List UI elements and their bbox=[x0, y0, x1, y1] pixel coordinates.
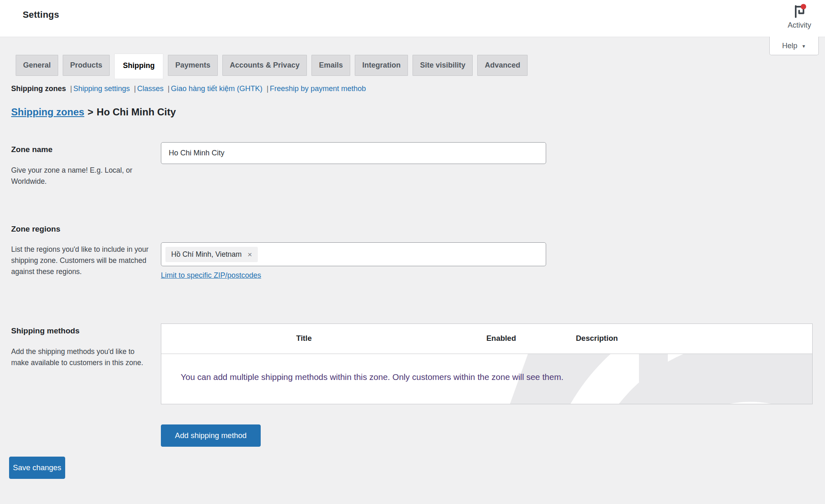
subnav-item-freeship[interactable]: Freeship by payment methob bbox=[270, 84, 366, 93]
tab-products[interactable]: Products bbox=[63, 55, 110, 76]
region-tag-label: Hồ Chí Minh, Vietnam bbox=[171, 250, 242, 259]
page-title: Settings bbox=[23, 9, 59, 20]
subnav-separator: | bbox=[168, 84, 170, 93]
activity-flag-icon bbox=[791, 3, 808, 20]
activity-button[interactable]: Activity bbox=[780, 3, 819, 30]
tab-site-visibility[interactable]: Site visibility bbox=[412, 55, 473, 76]
subnav-item-ghtk[interactable]: Giao hàng tiết kiệm (GHTK) bbox=[171, 84, 262, 93]
subnav-separator: | bbox=[70, 84, 72, 93]
top-header-bar: Settings Activity bbox=[0, 0, 825, 37]
column-header-description: Description bbox=[576, 334, 618, 343]
chevron-down-icon: ▼ bbox=[801, 44, 806, 49]
tab-integration[interactable]: Integration bbox=[355, 55, 408, 76]
tab-shipping[interactable]: Shipping bbox=[114, 54, 163, 79]
zone-name-help-text: Give your zone a name! E.g. Local, or Wo… bbox=[11, 165, 153, 187]
tab-advanced[interactable]: Advanced bbox=[477, 55, 528, 76]
tab-payments[interactable]: Payments bbox=[168, 55, 218, 76]
breadcrumb: Shipping zones>Ho Chi Minh City bbox=[11, 106, 176, 118]
zone-regions-input[interactable]: Hồ Chí Minh, Vietnam × bbox=[161, 242, 546, 266]
region-tag: Hồ Chí Minh, Vietnam × bbox=[165, 247, 258, 262]
subnav-item-shipping-zones[interactable]: Shipping zones bbox=[11, 84, 66, 93]
empty-methods-message: You can add multiple shipping methods wi… bbox=[181, 372, 563, 382]
zone-name-label: Zone name bbox=[11, 145, 52, 154]
zone-name-input[interactable] bbox=[161, 142, 546, 164]
add-shipping-method-button[interactable]: Add shipping method bbox=[161, 424, 261, 447]
remove-region-icon[interactable]: × bbox=[248, 251, 252, 258]
methods-table-header-row: Title Enabled Description bbox=[161, 324, 812, 354]
tab-accounts-privacy[interactable]: Accounts & Privacy bbox=[222, 55, 307, 76]
methods-table-empty-row: You can add multiple shipping methods wi… bbox=[161, 354, 812, 404]
breadcrumb-separator: > bbox=[87, 106, 93, 117]
subnav-item-classes[interactable]: Classes bbox=[137, 84, 163, 93]
zone-regions-label: Zone regions bbox=[11, 225, 60, 234]
shipping-methods-help-text: Add the shipping methods you'd like to m… bbox=[11, 346, 153, 368]
column-header-enabled: Enabled bbox=[486, 334, 516, 343]
subnav-separator: | bbox=[266, 84, 269, 93]
subnav-item-shipping-settings[interactable]: Shipping settings bbox=[73, 84, 130, 93]
activity-label: Activity bbox=[787, 21, 811, 30]
save-changes-button[interactable]: Save changes bbox=[9, 457, 65, 479]
shipping-methods-table: Title Enabled Description You can add mu… bbox=[161, 323, 813, 404]
tab-emails[interactable]: Emails bbox=[311, 55, 350, 76]
settings-tabs: General Products Shipping Payments Accou… bbox=[16, 55, 528, 79]
column-header-title: Title bbox=[296, 334, 312, 343]
breadcrumb-shipping-zones-link[interactable]: Shipping zones bbox=[11, 106, 84, 117]
breadcrumb-current-zone: Ho Chi Minh City bbox=[97, 106, 176, 117]
tab-general[interactable]: General bbox=[16, 55, 58, 76]
zone-regions-help-text: List the regions you'd like to include i… bbox=[11, 244, 153, 277]
help-label: Help bbox=[782, 42, 797, 50]
limit-postcodes-link[interactable]: Limit to specific ZIP/postcodes bbox=[161, 271, 261, 280]
shipping-methods-label: Shipping methods bbox=[11, 326, 80, 335]
shipping-subnav: Shipping zones | Shipping settings | Cla… bbox=[11, 84, 366, 93]
help-button[interactable]: Help ▼ bbox=[769, 37, 819, 55]
subnav-separator: | bbox=[134, 84, 136, 93]
